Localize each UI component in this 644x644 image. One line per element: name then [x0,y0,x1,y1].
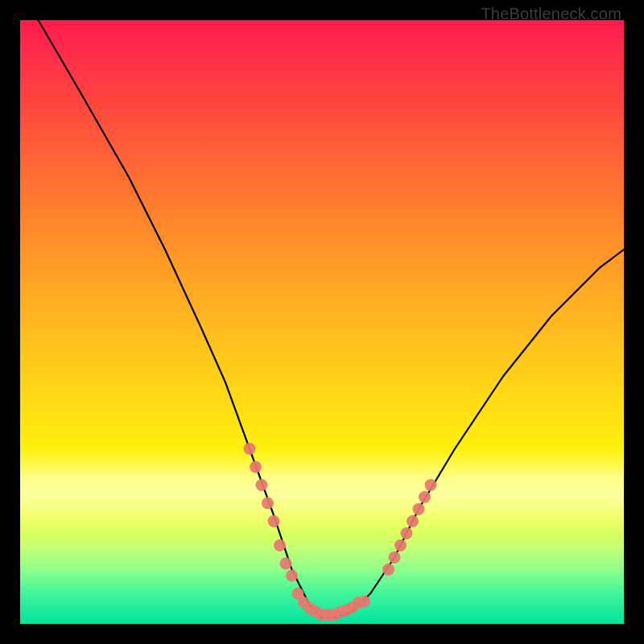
highlight-dots-group [244,443,437,621]
highlight-dot [394,539,407,551]
chart-frame: TheBottleneck.com [0,0,644,644]
highlight-dot [262,497,274,510]
highlight-dot [425,479,437,491]
highlight-dot [382,564,394,576]
curve-svg [20,20,624,624]
highlight-dot [419,491,431,503]
highlight-dot [407,515,419,527]
highlight-dot [274,539,286,551]
highlight-dot [413,503,425,515]
highlight-dot [244,443,256,455]
plot-area [20,20,624,624]
highlight-dot [280,558,292,570]
highlight-dot [256,479,268,491]
highlight-dot [250,461,262,473]
highlight-dot [358,596,370,608]
highlight-dot [389,551,401,564]
bottleneck-curve-path [39,20,625,618]
highlight-dot [286,570,298,582]
highlight-dot [268,515,280,527]
highlight-dot [401,527,413,539]
